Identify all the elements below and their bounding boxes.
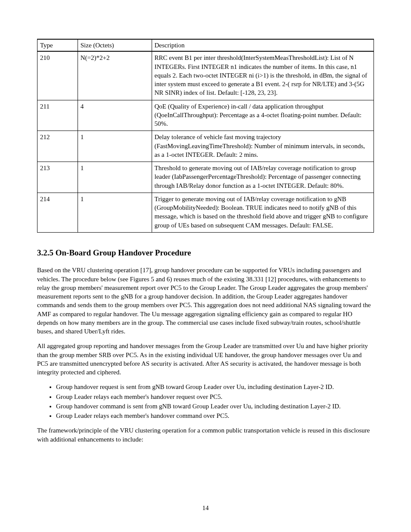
table-row: 213 1 Threshold to generate moving out o… bbox=[37, 162, 374, 193]
body-paragraph: The framework/principle of the VRU clust… bbox=[37, 426, 374, 444]
body-paragraph: Based on the VRU clustering operation [1… bbox=[37, 266, 374, 336]
spec-table: Type Size (Octets) Description 210 N(=2)… bbox=[37, 39, 374, 233]
col-size: Size (Octets) bbox=[78, 39, 152, 51]
table-row: 214 1 Trigger to generate moving out of … bbox=[37, 193, 374, 232]
cell-size: 1 bbox=[78, 162, 152, 193]
section-heading: 3.2.5 On-Board Group Handover Procedure bbox=[37, 247, 374, 258]
table-row: 210 N(=2)*2+2 RRC event B1 per inter thr… bbox=[37, 51, 374, 100]
cell-type: 211 bbox=[37, 100, 78, 131]
col-desc: Description bbox=[152, 39, 374, 51]
table-row: 211 4 QoE (Quality of Experience) in-cal… bbox=[37, 100, 374, 131]
cell-type: 214 bbox=[37, 193, 78, 232]
list-item: Group Leader relays each member's handov… bbox=[56, 392, 374, 401]
cell-type: 210 bbox=[37, 51, 78, 100]
cell-type: 213 bbox=[37, 162, 78, 193]
cell-size: N(=2)*2+2 bbox=[78, 51, 152, 100]
cell-size: 1 bbox=[78, 193, 152, 232]
list-item: Group handover command is sent from gNB … bbox=[56, 402, 374, 411]
list-item: Group handover request is sent from gNB … bbox=[56, 383, 374, 391]
cell-desc: Delay tolerance of vehicle fast moving t… bbox=[152, 131, 374, 162]
body-paragraph: All aggregated group reporting and hando… bbox=[37, 342, 374, 376]
cell-desc: Trigger to generate moving out of IAB/re… bbox=[152, 193, 374, 232]
cell-desc: QoE (Quality of Experience) in-call / da… bbox=[152, 100, 374, 131]
body-list: Group handover request is sent from gNB … bbox=[37, 383, 374, 420]
cell-desc: Threshold to generate moving out of IAB/… bbox=[152, 162, 374, 193]
col-type: Type bbox=[37, 39, 78, 51]
cell-type: 212 bbox=[37, 131, 78, 162]
table-header-row: Type Size (Octets) Description bbox=[37, 39, 374, 51]
page-number: 14 bbox=[0, 504, 411, 512]
cell-size: 1 bbox=[78, 131, 152, 162]
list-item: Group Leader relays each member's handov… bbox=[56, 411, 374, 420]
table-row: 212 1 Delay tolerance of vehicle fast mo… bbox=[37, 131, 374, 162]
cell-desc: RRC event B1 per inter threshold(InterSy… bbox=[152, 51, 374, 100]
cell-size: 4 bbox=[78, 100, 152, 131]
